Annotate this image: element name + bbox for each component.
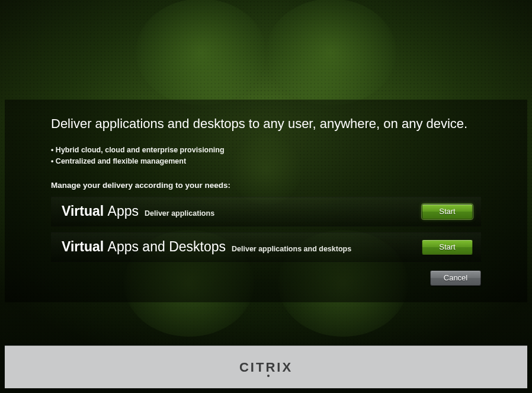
- option-title: Virtual Apps and Desktops: [62, 239, 226, 255]
- option-text: Virtual Apps and Desktops Deliver applic…: [62, 239, 351, 255]
- start-virtual-apps-button[interactable]: Start: [422, 204, 473, 219]
- feature-bullets: Hybrid cloud, cloud and enterprise provi…: [51, 145, 481, 168]
- installer-window: Deliver applications and desktops to any…: [0, 0, 532, 393]
- option-subtitle: Deliver applications: [145, 209, 214, 218]
- logo-dot-icon: [267, 375, 270, 377]
- start-virtual-apps-desktops-button[interactable]: Start: [422, 239, 473, 255]
- main-panel: Deliver applications and desktops to any…: [5, 100, 527, 302]
- bullet-item: Hybrid cloud, cloud and enterprise provi…: [51, 145, 481, 156]
- option-text: Virtual Apps Deliver applications: [62, 203, 214, 219]
- bullet-item: Centralized and flexible management: [51, 156, 481, 167]
- option-virtual-apps: Virtual Apps Deliver applications Start: [51, 197, 481, 226]
- subheading: Manage your delivery according to your n…: [51, 181, 481, 190]
- action-row: Cancel: [51, 270, 481, 286]
- headline: Deliver applications and desktops to any…: [51, 116, 481, 132]
- option-subtitle: Deliver applications and desktops: [232, 245, 351, 253]
- citrix-logo: CITRIX: [239, 360, 293, 375]
- option-virtual-apps-desktops: Virtual Apps and Desktops Deliver applic…: [51, 232, 481, 262]
- footer: CITRIX: [5, 346, 527, 388]
- cancel-button[interactable]: Cancel: [430, 270, 481, 286]
- option-title: Virtual Apps: [62, 203, 139, 219]
